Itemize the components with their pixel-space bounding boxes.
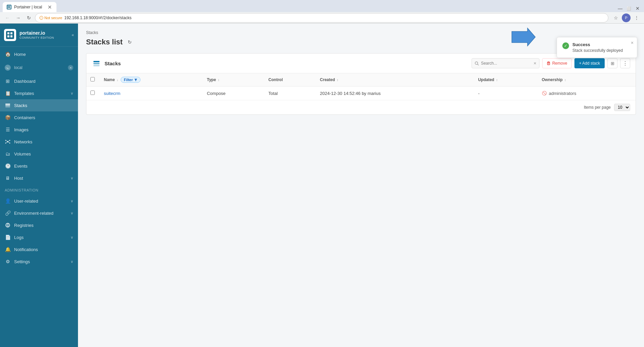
- sidebar-home-label: Home: [14, 52, 73, 57]
- home-icon: 🏠: [5, 51, 11, 57]
- browser-chrome: Portainer | local — ⬜ ✕ ← → ↻ ! Not secu…: [0, 0, 644, 24]
- remove-icon: [547, 61, 551, 65]
- sidebar-registries-label: Registries: [14, 223, 73, 228]
- notifications-icon: 🔔: [5, 246, 11, 252]
- row-checkbox[interactable]: [90, 91, 95, 95]
- sidebar-item-events[interactable]: 🕐 Events: [0, 160, 78, 172]
- th-created[interactable]: Created ↕: [316, 73, 474, 86]
- back-button[interactable]: ←: [3, 13, 12, 23]
- col-type-label: Type: [207, 77, 216, 82]
- add-stack-button[interactable]: + Add stack: [574, 58, 605, 68]
- svg-rect-1: [8, 6, 9, 7]
- sidebar-stacks-label: Stacks: [14, 103, 73, 108]
- browser-nav: ← → ↻ ! Not secure 192.168.1.18:9000/#!/…: [0, 12, 644, 24]
- sidebar-item-user-related[interactable]: 👤 User-related ∨: [0, 195, 78, 207]
- svg-marker-36: [134, 79, 137, 81]
- filter-icon: [134, 78, 137, 81]
- sidebar-item-settings[interactable]: ⚙ Settings ∨: [0, 255, 78, 268]
- sidebar-notifications-label: Notifications: [14, 247, 73, 252]
- sidebar-env-related-label: Environment-related: [14, 211, 67, 216]
- volumes-icon: 🗂: [5, 151, 11, 157]
- nav-right: ☆ P ⋮: [611, 13, 641, 23]
- admin-section-header: Administration: [0, 185, 78, 194]
- th-control: Control: [265, 73, 316, 86]
- host-arrow-icon: ∨: [71, 176, 73, 180]
- page-header: Stacks list ↻: [86, 38, 636, 46]
- close-window-button[interactable]: ✕: [634, 5, 641, 12]
- row-type-cell: Compose: [203, 86, 264, 100]
- minimize-button[interactable]: —: [616, 5, 624, 12]
- browser-tab[interactable]: Portainer | local: [3, 2, 56, 12]
- sidebar-item-notifications[interactable]: 🔔 Notifications: [0, 243, 78, 255]
- type-sort-icon: ↕: [218, 78, 219, 82]
- dashboard-icon: ⊞: [5, 78, 11, 84]
- created-sort-icon: ↕: [337, 78, 338, 82]
- toast-close-button[interactable]: ×: [631, 40, 634, 45]
- not-secure-indicator: ! Not secure: [39, 16, 62, 20]
- th-name[interactable]: Name ↓ Filter: [100, 73, 203, 86]
- tab-close-button[interactable]: [47, 4, 52, 10]
- row-control-cell: Total: [265, 86, 316, 100]
- sidebar-logs-label: Logs: [14, 235, 67, 240]
- breadcrumb: Stacks: [86, 30, 636, 35]
- sidebar-item-stacks[interactable]: Stacks: [0, 99, 78, 111]
- svg-rect-28: [93, 61, 99, 62]
- th-ownership[interactable]: Ownership ↕: [538, 73, 636, 86]
- portainer-logo-icon: [4, 29, 16, 41]
- more-options-button[interactable]: ⋮: [620, 58, 630, 68]
- maximize-button[interactable]: ⬜: [625, 5, 633, 12]
- registries-icon: [5, 222, 11, 228]
- name-sort-icon: ↓: [117, 78, 118, 82]
- remove-button[interactable]: Remove: [542, 58, 572, 68]
- refresh-button[interactable]: ↻: [126, 38, 133, 46]
- th-checkbox: [86, 73, 100, 86]
- menu-button[interactable]: ⋮: [632, 13, 641, 23]
- sidebar-item-containers[interactable]: 📦 Containers: [0, 111, 78, 124]
- remove-label: Remove: [552, 61, 567, 66]
- select-all-checkbox[interactable]: [90, 77, 95, 81]
- address-bar[interactable]: ! Not secure 192.168.1.18:9000/#!/2/dock…: [35, 13, 608, 23]
- sidebar-item-volumes[interactable]: 🗂 Volumes: [0, 148, 78, 160]
- sidebar-item-env-related[interactable]: 🔗 Environment-related ∨: [0, 207, 78, 219]
- sidebar-item-images[interactable]: ☰ Images: [0, 124, 78, 136]
- sidebar-env-header[interactable]: 🐋 local ✕: [0, 62, 78, 74]
- url-text: 192.168.1.18:9000/#!/2/docker/stacks: [64, 15, 131, 20]
- stack-name-link[interactable]: suitecrm: [104, 91, 120, 96]
- templates-arrow-icon: ∨: [71, 91, 73, 96]
- bookmark-button[interactable]: ☆: [611, 13, 620, 23]
- search-box[interactable]: ✕: [472, 58, 539, 68]
- sidebar-section-admin: 👤 User-related ∨ 🔗 Environment-related ∨…: [0, 194, 78, 269]
- reload-button[interactable]: ↻: [24, 13, 34, 23]
- table-row: suitecrm Compose Total 2024-12-30 14:52:…: [86, 86, 636, 100]
- search-clear-button[interactable]: ✕: [533, 61, 536, 66]
- svg-rect-12: [7, 35, 9, 37]
- edition-label: COMMUNITY EDITION: [19, 36, 54, 40]
- user-related-arrow-icon: ∨: [71, 199, 73, 203]
- sidebar-item-registries[interactable]: Registries: [0, 219, 78, 231]
- toast-title: Success: [572, 42, 632, 47]
- stacks-panel-header: Stacks ✕ Remove + Add stack: [86, 54, 636, 73]
- th-updated[interactable]: Updated ↕: [474, 73, 537, 86]
- sidebar-item-host[interactable]: 🖥 Host ∨: [0, 172, 78, 184]
- sidebar-item-logs[interactable]: 📄 Logs ∨: [0, 231, 78, 243]
- sidebar-settings-label: Settings: [14, 259, 67, 264]
- grid-view-button[interactable]: ⊞: [607, 58, 617, 68]
- sidebar-item-networks[interactable]: Networks: [0, 136, 78, 148]
- user-related-icon: 👤: [5, 198, 11, 204]
- sidebar-item-home[interactable]: 🏠 Home: [0, 48, 78, 60]
- sidebar-host-label: Host: [14, 176, 67, 181]
- containers-icon: 📦: [5, 114, 11, 120]
- th-type[interactable]: Type ↕: [203, 73, 264, 86]
- env-close-button[interactable]: ✕: [68, 65, 73, 70]
- search-input[interactable]: [481, 61, 531, 66]
- svg-line-25: [8, 142, 10, 143]
- sidebar-collapse-button[interactable]: «: [72, 33, 74, 37]
- svg-rect-16: [5, 106, 10, 107]
- items-per-page-label: Items per page: [584, 105, 611, 110]
- items-per-page-select[interactable]: 10 25 50: [614, 104, 630, 111]
- sidebar-item-templates[interactable]: 📋 Templates ∨: [0, 87, 78, 99]
- sidebar-item-dashboard[interactable]: ⊞ Dashboard: [0, 75, 78, 87]
- filter-tag[interactable]: Filter: [121, 77, 140, 83]
- profile-button[interactable]: P: [622, 13, 631, 22]
- forward-button[interactable]: →: [13, 13, 23, 23]
